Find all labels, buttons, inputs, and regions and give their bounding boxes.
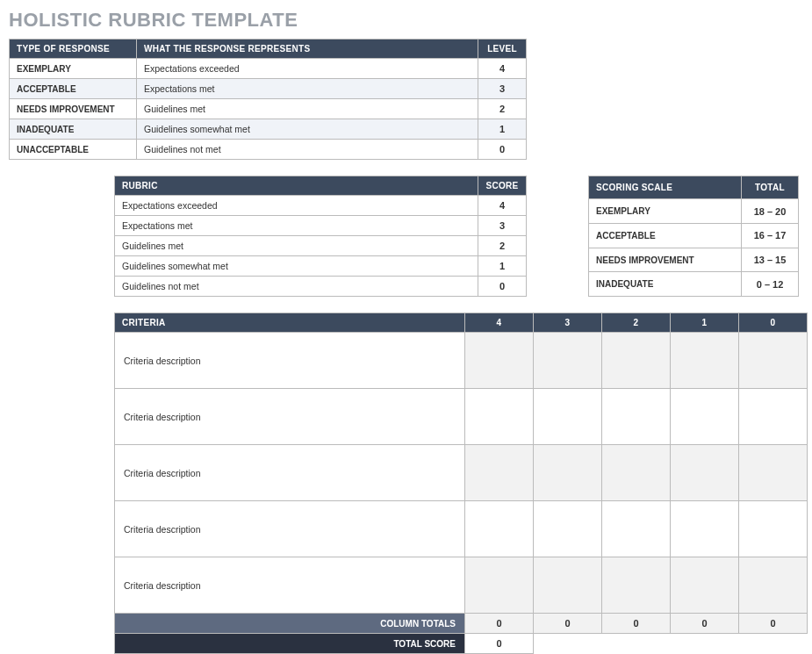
total-score-row: TOTAL SCORE 0 [115, 634, 808, 654]
table-row: Guidelines not met 0 [115, 277, 527, 297]
table-row: Guidelines somewhat met 1 [115, 256, 527, 277]
score-cell[interactable] [739, 501, 808, 557]
rubric-header: RUBRIC [115, 176, 478, 196]
rubric-desc: Guidelines not met [115, 277, 478, 297]
table-row: ACCEPTABLE Expectations met 3 [10, 79, 527, 99]
table-row: EXEMPLARY Expectations exceeded 4 [10, 59, 527, 79]
rubric-score: 1 [478, 256, 527, 277]
score-cell[interactable] [534, 557, 602, 614]
type-cell: INADEQUATE [10, 119, 137, 140]
table-row: INADEQUATE Guidelines somewhat met 1 [10, 119, 527, 140]
type-cell: EXEMPLARY [10, 59, 137, 79]
type-cell: ACCEPTABLE [10, 79, 137, 99]
scale-label: NEEDS IMPROVEMENT [589, 248, 742, 272]
table-row: EXEMPLARY 18 – 20 [589, 199, 799, 224]
page-title: HOLISTIC RUBRIC TEMPLATE [9, 9, 803, 32]
table-row: Expectations exceeded 4 [115, 196, 527, 216]
scale-header: SCORING SCALE [589, 176, 742, 199]
table-row: INADEQUATE 0 – 12 [589, 272, 799, 297]
criteria-row: Criteria description [115, 445, 808, 501]
type-cell: NEEDS IMPROVEMENT [10, 99, 137, 119]
criteria-desc[interactable]: Criteria description [115, 501, 465, 557]
table-row: NEEDS IMPROVEMENT Guidelines met 2 [10, 99, 527, 119]
level-cell: 3 [478, 79, 527, 99]
criteria-table: CRITERIA 4 3 2 1 0 Criteria description … [114, 313, 808, 654]
score-cell[interactable] [534, 333, 602, 389]
table-row: Guidelines met 2 [115, 236, 527, 256]
scale-range: 18 – 20 [742, 199, 799, 224]
type-header-level: LEVEL [478, 40, 527, 59]
total-score-label: TOTAL SCORE [115, 634, 465, 654]
score-cell[interactable] [602, 445, 671, 501]
level-cell: 0 [478, 140, 527, 160]
score-cell[interactable] [465, 389, 534, 445]
rubric-score: 0 [478, 277, 527, 297]
level-cell: 1 [478, 119, 527, 140]
score-cell[interactable] [671, 557, 739, 614]
scale-label: ACCEPTABLE [589, 224, 742, 248]
criteria-desc[interactable]: Criteria description [115, 557, 465, 614]
scoring-scale-table: SCORING SCALE TOTAL EXEMPLARY 18 – 20 AC… [588, 176, 799, 297]
score-0-header: 0 [739, 313, 808, 333]
scale-range: 0 – 12 [742, 272, 799, 297]
score-4-header: 4 [465, 313, 534, 333]
rubric-desc: Guidelines somewhat met [115, 256, 478, 277]
score-cell[interactable] [465, 445, 534, 501]
column-total: 0 [739, 614, 808, 634]
score-cell[interactable] [465, 333, 534, 389]
score-cell[interactable] [739, 389, 808, 445]
score-cell[interactable] [602, 333, 671, 389]
score-cell[interactable] [602, 557, 671, 614]
criteria-row: Criteria description [115, 389, 808, 445]
criteria-desc[interactable]: Criteria description [115, 445, 465, 501]
score-cell[interactable] [534, 389, 602, 445]
rubric-score: 2 [478, 236, 527, 256]
rubric-table: RUBRIC SCORE Expectations exceeded 4 Exp… [114, 176, 527, 297]
score-cell[interactable] [534, 445, 602, 501]
desc-cell: Expectations exceeded [137, 59, 478, 79]
score-cell[interactable] [671, 445, 739, 501]
criteria-header: CRITERIA [115, 313, 465, 333]
column-total: 0 [534, 614, 602, 634]
score-cell[interactable] [739, 557, 808, 614]
criteria-desc[interactable]: Criteria description [115, 389, 465, 445]
score-3-header: 3 [534, 313, 602, 333]
score-cell[interactable] [739, 333, 808, 389]
column-total: 0 [671, 614, 739, 634]
desc-cell: Guidelines met [137, 99, 478, 119]
score-cell[interactable] [465, 557, 534, 614]
score-cell[interactable] [602, 501, 671, 557]
criteria-row: Criteria description [115, 333, 808, 389]
score-cell[interactable] [671, 501, 739, 557]
score-2-header: 2 [602, 313, 671, 333]
score-cell[interactable] [739, 445, 808, 501]
scale-label: INADEQUATE [589, 272, 742, 297]
score-cell[interactable] [465, 501, 534, 557]
column-total: 0 [602, 614, 671, 634]
level-cell: 2 [478, 99, 527, 119]
column-totals-label: COLUMN TOTALS [115, 614, 465, 634]
score-cell[interactable] [534, 501, 602, 557]
type-cell: UNACCEPTABLE [10, 140, 137, 160]
score-1-header: 1 [671, 313, 739, 333]
rubric-score: 4 [478, 196, 527, 216]
score-cell[interactable] [671, 333, 739, 389]
rubric-score: 3 [478, 216, 527, 236]
type-of-response-table: TYPE OF RESPONSE WHAT THE RESPONSE REPRE… [9, 39, 527, 160]
score-cell[interactable] [671, 389, 739, 445]
desc-cell: Guidelines somewhat met [137, 119, 478, 140]
score-header: SCORE [478, 176, 527, 196]
score-cell[interactable] [602, 389, 671, 445]
type-header-desc: WHAT THE RESPONSE REPRESENTS [137, 40, 478, 59]
level-cell: 4 [478, 59, 527, 79]
criteria-row: Criteria description [115, 501, 808, 557]
desc-cell: Guidelines not met [137, 140, 478, 160]
table-row: NEEDS IMPROVEMENT 13 – 15 [589, 248, 799, 272]
column-total: 0 [465, 614, 534, 634]
rubric-desc: Guidelines met [115, 236, 478, 256]
empty-cell [534, 634, 808, 654]
scale-range: 16 – 17 [742, 224, 799, 248]
table-row: ACCEPTABLE 16 – 17 [589, 224, 799, 248]
criteria-desc[interactable]: Criteria description [115, 333, 465, 389]
scale-range: 13 – 15 [742, 248, 799, 272]
